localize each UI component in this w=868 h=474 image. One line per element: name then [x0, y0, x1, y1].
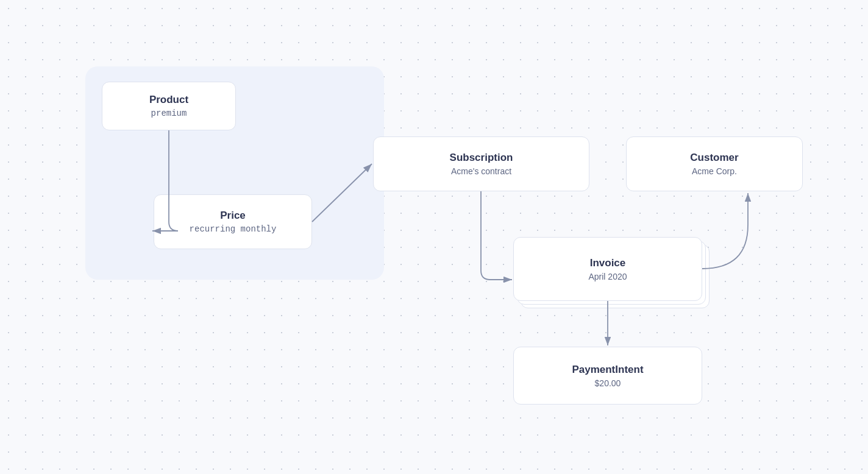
- product-subtitle: premium: [151, 108, 187, 118]
- invoice-title: Invoice: [590, 257, 626, 269]
- payment-title: PaymentIntent: [572, 364, 643, 376]
- card-payment-intent: PaymentIntent $20.00: [513, 347, 702, 405]
- subscription-title: Subscription: [450, 152, 513, 164]
- diagram: Product premium Price recurring monthly …: [44, 36, 824, 438]
- customer-title: Customer: [690, 152, 738, 164]
- card-price: Price recurring monthly: [154, 194, 312, 249]
- card-customer: Customer Acme Corp.: [626, 136, 803, 191]
- subscription-subtitle: Acme's contract: [451, 166, 511, 176]
- price-title: Price: [220, 210, 246, 222]
- card-subscription: Subscription Acme's contract: [373, 136, 589, 191]
- price-subtitle: recurring monthly: [190, 224, 277, 234]
- card-product: Product premium: [102, 82, 236, 130]
- product-title: Product: [149, 94, 188, 106]
- payment-subtitle: $20.00: [595, 378, 621, 388]
- customer-subtitle: Acme Corp.: [692, 166, 737, 176]
- card-invoice: Invoice April 2020: [513, 237, 702, 301]
- invoice-subtitle: April 2020: [588, 272, 627, 281]
- subscription-to-invoice-arrow: [481, 191, 512, 280]
